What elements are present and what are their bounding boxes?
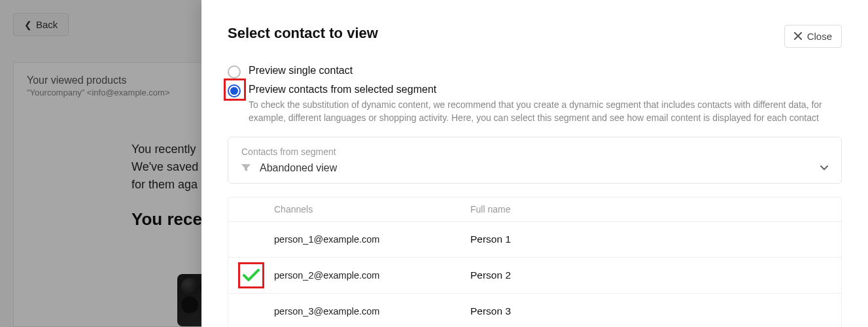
table-row[interactable]: person_2@example.com Person 2 [228, 258, 841, 294]
column-header-channels: Channels [274, 204, 470, 215]
table-header: Channels Full name [228, 198, 841, 222]
radio-label: Preview single contact [249, 65, 353, 77]
close-button-label: Close [807, 31, 832, 42]
radio-help-text: To check the substitution of dynamic con… [249, 98, 842, 125]
row-email: person_1@example.com [274, 234, 470, 245]
radio-preview-single[interactable]: Preview single contact [228, 62, 842, 81]
contacts-table: Channels Full name person_1@example.com … [228, 197, 842, 327]
segment-selected-value: Abandoned view [260, 162, 811, 174]
table-row[interactable]: person_3@example.com Person 3 [228, 294, 841, 327]
radio-icon [228, 65, 241, 78]
chevron-down-icon [820, 163, 828, 173]
column-header-fullname: Full name [470, 204, 841, 215]
segment-selector[interactable]: Contacts from segment Abandoned view [228, 137, 842, 184]
row-email: person_2@example.com [274, 270, 470, 281]
select-contact-modal: Select contact to view Close Preview sin… [201, 0, 868, 327]
row-fullname: Person 3 [470, 305, 841, 317]
radio-label: Preview contacts from selected segment [249, 84, 436, 95]
funnel-icon [241, 164, 251, 172]
radio-preview-segment[interactable]: Preview contacts from selected segment T… [228, 81, 842, 128]
row-email: person_3@example.com [274, 306, 470, 317]
modal-title: Select contact to view [228, 25, 378, 42]
preview-mode-radio-group: Preview single contact Preview contacts … [228, 62, 842, 128]
segment-caption: Contacts from segment [241, 146, 828, 157]
highlight-box [238, 262, 264, 288]
radio-icon [228, 84, 241, 97]
close-button[interactable]: Close [784, 25, 842, 48]
row-fullname: Person 1 [470, 233, 841, 245]
row-check-cell [228, 268, 274, 283]
table-row[interactable]: person_1@example.com Person 1 [228, 222, 841, 258]
close-icon [794, 31, 802, 42]
row-fullname: Person 2 [470, 269, 841, 281]
